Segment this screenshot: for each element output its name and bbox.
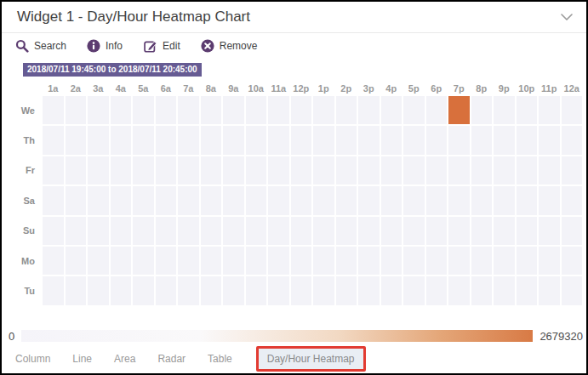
tab-line[interactable]: Line — [72, 353, 92, 365]
search-button[interactable]: Search — [15, 39, 66, 53]
heatmap-cell[interactable] — [494, 96, 515, 124]
heatmap-cell[interactable] — [313, 156, 334, 185]
heatmap-cell[interactable] — [539, 186, 560, 214]
heatmap-cell[interactable] — [246, 156, 267, 185]
heatmap-cell[interactable] — [201, 96, 222, 124]
heatmap-cell[interactable] — [201, 186, 222, 214]
heatmap-cell[interactable] — [313, 217, 334, 245]
heatmap-cell[interactable] — [494, 247, 515, 275]
heatmap-cell[interactable] — [43, 217, 64, 245]
heatmap-cell[interactable] — [426, 247, 448, 275]
heatmap-cell[interactable] — [156, 126, 177, 154]
heatmap-cell[interactable] — [66, 186, 87, 214]
heatmap-cell[interactable] — [291, 186, 312, 214]
heatmap-cell[interactable] — [471, 126, 493, 154]
heatmap-cell[interactable] — [471, 217, 493, 245]
heatmap-cell[interactable] — [358, 186, 380, 214]
heatmap-cell[interactable] — [403, 96, 425, 124]
heatmap-cell[interactable] — [381, 217, 402, 245]
heatmap-cell[interactable] — [133, 217, 154, 245]
heatmap-cell[interactable] — [426, 186, 448, 214]
heatmap-cell[interactable] — [43, 276, 64, 304]
tab-area[interactable]: Area — [114, 353, 135, 365]
heatmap-cell[interactable] — [562, 156, 583, 185]
heatmap-cell[interactable] — [517, 96, 538, 124]
heatmap-cell[interactable] — [403, 156, 425, 185]
heatmap-cell[interactable] — [133, 126, 154, 154]
heatmap-cell[interactable] — [66, 276, 87, 304]
heatmap-cell[interactable] — [223, 186, 244, 214]
heatmap-cell[interactable] — [562, 217, 583, 245]
tab-column[interactable]: Column — [15, 353, 50, 365]
heatmap-cell[interactable] — [448, 276, 470, 304]
heatmap-cell[interactable] — [426, 156, 448, 185]
heatmap-cell[interactable] — [133, 247, 154, 275]
heatmap-cell[interactable] — [201, 276, 222, 304]
heatmap-cell[interactable] — [246, 247, 267, 275]
heatmap-cell[interactable] — [178, 186, 199, 214]
info-button[interactable]: Info — [87, 39, 123, 53]
tab-day-hour-heatmap[interactable]: Day/Hour Heatmap — [256, 346, 366, 372]
chevron-down-icon[interactable] — [561, 14, 573, 20]
heatmap-cell[interactable] — [336, 126, 357, 154]
heatmap-cell[interactable] — [43, 247, 64, 275]
heatmap-cell[interactable] — [517, 156, 538, 185]
heatmap-cell[interactable] — [178, 96, 199, 124]
edit-button[interactable]: Edit — [143, 39, 180, 54]
heatmap-cell[interactable] — [539, 276, 560, 304]
heatmap-cell[interactable] — [336, 96, 357, 124]
heatmap-cell[interactable] — [471, 276, 493, 304]
heatmap-cell[interactable] — [223, 156, 244, 185]
heatmap-cell[interactable] — [43, 126, 64, 154]
heatmap-cell[interactable] — [448, 247, 470, 275]
heatmap-cell[interactable] — [539, 156, 560, 185]
heatmap-cell[interactable] — [111, 247, 132, 275]
heatmap-cell[interactable] — [313, 276, 334, 304]
heatmap-cell[interactable] — [336, 186, 357, 214]
heatmap-cell[interactable] — [268, 186, 289, 214]
heatmap-cell[interactable] — [358, 276, 380, 304]
heatmap-cell[interactable] — [66, 217, 87, 245]
heatmap-cell[interactable] — [246, 217, 267, 245]
heatmap-cell[interactable] — [268, 247, 289, 275]
heatmap-cell[interactable] — [313, 126, 334, 154]
heatmap-cell[interactable] — [268, 96, 289, 124]
heatmap-cell[interactable] — [88, 247, 109, 275]
heatmap-cell[interactable] — [517, 217, 538, 245]
heatmap-cell[interactable] — [336, 217, 357, 245]
heatmap-cell[interactable] — [156, 217, 177, 245]
tab-table[interactable]: Table — [208, 353, 232, 365]
heatmap-cell[interactable] — [201, 156, 222, 185]
remove-button[interactable]: Remove — [201, 39, 258, 53]
heatmap-cell[interactable] — [494, 186, 515, 214]
heatmap-cell[interactable] — [223, 96, 244, 124]
heatmap-cell[interactable] — [291, 276, 312, 304]
heatmap-cell[interactable] — [381, 96, 402, 124]
heatmap-cell[interactable] — [539, 96, 560, 124]
heatmap-cell[interactable] — [133, 186, 154, 214]
heatmap-cell[interactable] — [43, 186, 64, 214]
tab-radar[interactable]: Radar — [157, 353, 186, 365]
heatmap-cell[interactable] — [403, 217, 425, 245]
heatmap-cell[interactable] — [133, 276, 154, 304]
heatmap-cell[interactable] — [562, 276, 583, 304]
heatmap-cell[interactable] — [156, 247, 177, 275]
heatmap-cell[interactable] — [539, 247, 560, 275]
heatmap-cell[interactable] — [313, 186, 334, 214]
heatmap-cell[interactable] — [358, 156, 380, 185]
heatmap-cell[interactable] — [268, 126, 289, 154]
heatmap-cell[interactable] — [471, 96, 493, 124]
heatmap-cell[interactable] — [156, 186, 177, 214]
heatmap-cell[interactable] — [201, 247, 222, 275]
heatmap-cell[interactable] — [178, 126, 199, 154]
heatmap-cell[interactable] — [246, 96, 267, 124]
heatmap-cell[interactable] — [201, 126, 222, 154]
heatmap-cell[interactable] — [268, 156, 289, 185]
heatmap-cell[interactable] — [403, 247, 425, 275]
heatmap-cell[interactable] — [426, 126, 448, 154]
heatmap-cell[interactable] — [381, 276, 402, 304]
heatmap-cell[interactable] — [111, 126, 132, 154]
heatmap-cell[interactable] — [517, 186, 538, 214]
heatmap-cell[interactable] — [539, 126, 560, 154]
heatmap-cell[interactable] — [223, 276, 244, 304]
